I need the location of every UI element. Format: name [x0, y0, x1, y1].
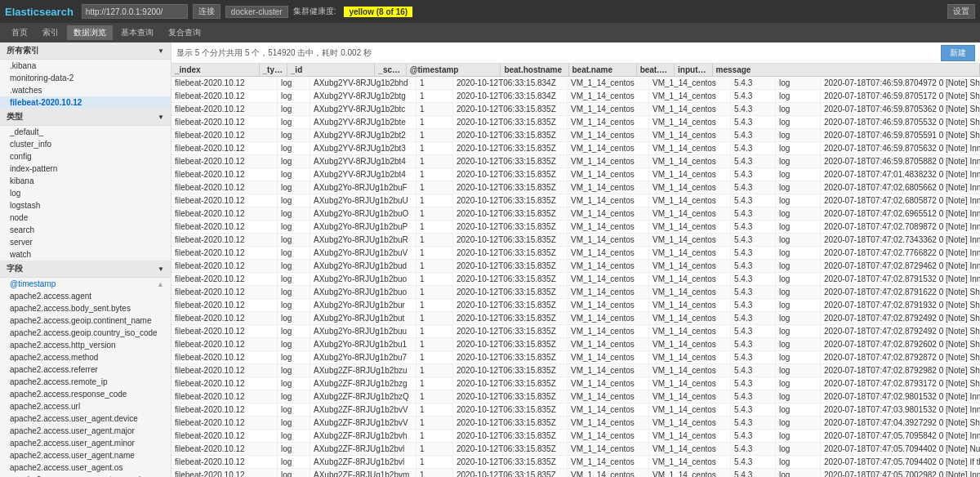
sidebar-field-http-version[interactable]: apache2.access.http_version — [0, 339, 171, 351]
table-row[interactable]: filebeat-2020.10.12 log AXubg2ZF-8RJUg1b… — [172, 430, 980, 443]
table-row[interactable]: filebeat-2020.10.12 log AXubg2ZF-8RJUg1b… — [172, 364, 980, 377]
sidebar-type-log[interactable]: log — [0, 187, 171, 199]
sidebar-field-agent[interactable]: apache2.access.agent — [0, 290, 171, 302]
th-hostname[interactable]: beat.hostname — [501, 64, 568, 76]
table-row[interactable]: filebeat-2020.10.12 log AXubg2YV-8RJUg1b… — [172, 103, 980, 116]
sidebar-field-ua-device[interactable]: apache2.access.user_agent.device — [0, 412, 171, 425]
sidebar-field-country-iso[interactable]: apache2.access.geoip.country_iso_code — [0, 327, 171, 339]
sidebar-index-monitoring[interactable]: monitoring-data-2 — [0, 72, 171, 84]
sidebar-field-timestamp[interactable]: @timestamp ▲ — [0, 278, 171, 290]
sidebar-field-remote-ip[interactable]: apache2.access.remote_ip — [0, 376, 171, 388]
sidebar-field-response-code[interactable]: apache2.access.response_code — [0, 388, 171, 400]
sidebar-type-cluster-info[interactable]: cluster_info — [0, 138, 171, 150]
td-id: AXubg2YV-8RJUg1b2bhd — [310, 77, 416, 89]
table-row[interactable]: filebeat-2020.10.12 log AXubg2YV-8RJUg1b… — [172, 129, 980, 142]
th-message[interactable]: message — [713, 64, 980, 76]
table-row[interactable]: filebeat-2020.10.12 log AXubg2Yo-8RJUg1b… — [172, 273, 980, 286]
table-row[interactable]: filebeat-2020.10.12 log AXubg2Yo-8RJUg1b… — [172, 181, 980, 194]
nav-home[interactable]: 首页 — [5, 25, 34, 40]
nav-complex-query[interactable]: 复合查询 — [162, 25, 207, 40]
table-row[interactable]: filebeat-2020.10.12 log AXubg2Yo-8RJUg1b… — [172, 260, 980, 273]
table-row[interactable]: filebeat-2020.10.12 log AXubg2Yo-8RJUg1b… — [172, 286, 980, 299]
nav-data-browse[interactable]: 数据浏览 — [67, 25, 113, 40]
td-index: filebeat-2020.10.12 — [172, 469, 278, 477]
table-row[interactable]: filebeat-2020.10.12 log AXubg2YV-8RJUg1b… — [172, 155, 980, 168]
th-beatname[interactable]: beat.name — [569, 64, 637, 76]
sidebar-type-default[interactable]: _default_ — [0, 126, 171, 138]
td-score: 1 — [416, 338, 453, 350]
sidebar-type-node[interactable]: node — [0, 212, 171, 224]
table-row[interactable]: filebeat-2020.10.12 log AXubg2Yo-8RJUg1b… — [172, 207, 980, 221]
sidebar-index-watches[interactable]: .watches — [0, 84, 171, 96]
sidebar-field-ua-minor[interactable]: apache2.access.user_agent.minor — [0, 437, 171, 449]
td-beatname: VM_1_14_centos — [649, 181, 731, 194]
sidebar-type-index-pattern[interactable]: index-pattern — [0, 163, 171, 175]
table-row[interactable]: filebeat-2020.10.12 log AXubg2Yo-8RJUg1b… — [172, 247, 980, 260]
td-timestamp: 2020-10-12T06:33:15.835Z — [453, 443, 568, 455]
td-index: filebeat-2020.10.12 — [172, 207, 278, 220]
new-button[interactable]: 新建 — [941, 45, 975, 61]
settings-button[interactable]: 设置 — [947, 4, 975, 19]
indices-section[interactable]: 所有索引 ▼ — [0, 42, 171, 60]
types-section[interactable]: 类型 ▼ — [0, 109, 171, 126]
connect-button[interactable]: 连接 — [193, 4, 220, 19]
nav-index[interactable]: 索引 — [36, 25, 65, 40]
table-row[interactable]: filebeat-2020.10.12 log AXubg2Yo-8RJUg1b… — [172, 325, 980, 338]
th-inputtype[interactable]: input_type — [675, 64, 712, 76]
td-inputtype: log — [776, 207, 821, 220]
th-index[interactable]: _index — [172, 64, 260, 76]
sidebar-type-kibana[interactable]: kibana — [0, 175, 171, 187]
sidebar-field-ua-name[interactable]: apache2.access.user_agent.name — [0, 449, 171, 461]
nav-basic-query[interactable]: 基本查询 — [114, 25, 160, 40]
table-row[interactable]: filebeat-2020.10.12 log AXubg2ZF-8RJUg1b… — [172, 443, 980, 456]
table-row[interactable]: filebeat-2020.10.12 log AXubg2Yo-8RJUg1b… — [172, 194, 980, 207]
td-message: 2020-07-18T07:47:02.8729462 0 [Note] Inn… — [821, 260, 980, 272]
sidebar-type-config[interactable]: config — [0, 150, 171, 163]
table-row[interactable]: filebeat-2020.10.12 log AXubg2Yo-8RJUg1b… — [172, 351, 980, 364]
table-row[interactable]: filebeat-2020.10.12 log AXubg2ZF-8RJUg1b… — [172, 417, 980, 430]
sidebar-type-server[interactable]: server — [0, 236, 171, 248]
table-row[interactable]: filebeat-2020.10.12 log AXubg2ZF-8RJUg1b… — [172, 390, 980, 403]
sidebar-field-ua-os-major[interactable]: apache2.access.user_agent.os_major — [0, 474, 171, 477]
table-row[interactable]: filebeat-2020.10.12 log AXubg2ZF-8RJUg1b… — [172, 456, 980, 469]
url-input[interactable] — [82, 4, 188, 19]
td-timestamp: 2020-10-12T06:33:15.835Z — [453, 456, 568, 468]
sidebar-field-ua-os[interactable]: apache2.access.user_agent.os — [0, 461, 171, 474]
td-inputtype: log — [776, 325, 821, 337]
th-type[interactable]: _type — [260, 64, 287, 76]
sidebar-index-kibana[interactable]: .kibana — [0, 60, 171, 72]
td-beatversion: 5.4.3 — [731, 129, 776, 141]
sidebar-field-method[interactable]: apache2.access.method — [0, 351, 171, 363]
sidebar-field-ua-major[interactable]: apache2.access.user_agent.major — [0, 425, 171, 437]
table-row[interactable]: filebeat-2020.10.12 log AXubg2Yo-8RJUg1b… — [172, 221, 980, 234]
table-row[interactable]: filebeat-2020.10.12 log AXubg2ZF-8RJUg1b… — [172, 403, 980, 417]
sidebar-type-watch[interactable]: watch — [0, 248, 171, 261]
sidebar-type-search[interactable]: search — [0, 224, 171, 236]
sidebar-type-logstash[interactable]: logstash — [0, 199, 171, 212]
td-index: filebeat-2020.10.12 — [172, 390, 278, 403]
sidebar-field-referrer[interactable]: apache2.access.referrer — [0, 363, 171, 376]
table-row[interactable]: filebeat-2020.10.12 log AXubg2Yo-8RJUg1b… — [172, 312, 980, 325]
table-row[interactable]: filebeat-2020.10.12 log AXubg2ZF-8RJUg1b… — [172, 469, 980, 477]
sidebar-field-body-sent[interactable]: apache2.access.body_sent.bytes — [0, 302, 171, 314]
td-beatname: VM_1_14_centos — [649, 338, 731, 350]
table-row[interactable]: filebeat-2020.10.12 log AXubg2Yo-8RJUg1b… — [172, 234, 980, 247]
table-row[interactable]: filebeat-2020.10.12 log AXubg2YV-8RJUg1b… — [172, 168, 980, 181]
th-beatversion[interactable]: beat.version — [637, 64, 675, 76]
table-row[interactable]: filebeat-2020.10.12 log AXubg2ZF-8RJUg1b… — [172, 377, 980, 390]
fields-section[interactable]: 字段 ▼ — [0, 261, 171, 278]
td-id: AXubg2YV-8RJUg1b2btg — [310, 90, 416, 102]
sidebar-index-filebeat[interactable]: filebeat-2020.10.12 — [0, 96, 171, 109]
table-row[interactable]: filebeat-2020.10.12 log AXubg2YV-8RJUg1b… — [172, 116, 980, 129]
th-score[interactable]: _score ▲ — [375, 64, 406, 76]
table-row[interactable]: filebeat-2020.10.12 log AXubg2YV-8RJUg1b… — [172, 77, 980, 90]
th-id[interactable]: _id — [287, 64, 376, 76]
table-row[interactable]: filebeat-2020.10.12 log AXubg2Yo-8RJUg1b… — [172, 338, 980, 351]
td-index: filebeat-2020.10.12 — [172, 194, 278, 207]
table-row[interactable]: filebeat-2020.10.12 log AXubg2YV-8RJUg1b… — [172, 90, 980, 103]
table-row[interactable]: filebeat-2020.10.12 log AXubg2YV-8RJUg1b… — [172, 142, 980, 155]
sidebar-field-url[interactable]: apache2.access.url — [0, 400, 171, 412]
sidebar-field-continent[interactable]: apache2.access.geoip.continent_name — [0, 314, 171, 327]
th-timestamp[interactable]: @timestamp — [407, 64, 501, 76]
table-row[interactable]: filebeat-2020.10.12 log AXubg2Yo-8RJUg1b… — [172, 299, 980, 312]
